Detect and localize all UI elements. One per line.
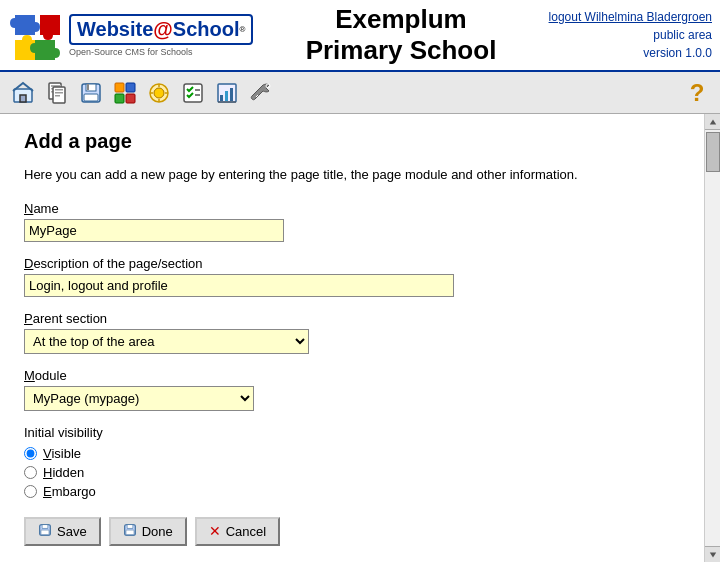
logo-text: Website @ School ® Open-Source CMS for S… xyxy=(69,14,253,57)
logo-at-symbol: @ xyxy=(153,18,173,41)
cancel-label: Cancel xyxy=(226,524,266,539)
visibility-embargo-label: Embargo xyxy=(43,484,96,499)
done-icon xyxy=(123,523,137,540)
svg-rect-35 xyxy=(126,530,134,535)
visibility-embargo-option: Embargo xyxy=(24,484,680,499)
module-label: Module xyxy=(24,368,680,383)
pages-icon[interactable] xyxy=(42,78,72,108)
save-label: Save xyxy=(57,524,87,539)
header-right: logout Wilhelmina Bladergroen public are… xyxy=(549,8,712,62)
svg-rect-9 xyxy=(55,95,60,97)
done-label: Done xyxy=(142,524,173,539)
content-area: Add a page Here you can add a new page b… xyxy=(0,114,704,562)
module-group: Module MyPage (mypage) Calendar (calenda… xyxy=(24,368,680,411)
logo-area: Website @ School ® Open-Source CMS for S… xyxy=(8,8,253,63)
svg-rect-7 xyxy=(55,89,63,91)
checklist-icon[interactable] xyxy=(178,78,208,108)
scroll-down-button[interactable] xyxy=(705,546,720,562)
logo-school-text: School xyxy=(173,18,240,41)
save-button[interactable]: Save xyxy=(24,517,101,546)
toolbar: ? xyxy=(0,72,720,114)
name-input[interactable] xyxy=(24,219,284,242)
svg-rect-34 xyxy=(127,524,133,528)
save-icon-btn xyxy=(38,523,52,540)
tools-icon[interactable] xyxy=(246,78,276,108)
svg-marker-37 xyxy=(709,552,715,557)
logo-tagline: Open-Source CMS for Schools xyxy=(69,47,253,57)
svg-rect-13 xyxy=(84,94,98,101)
scroll-thumb[interactable] xyxy=(706,132,720,172)
visibility-group: Initial visibility Visible Hidden Embarg… xyxy=(24,425,680,499)
svg-marker-36 xyxy=(709,119,715,124)
svg-rect-26 xyxy=(230,88,233,101)
svg-rect-12 xyxy=(87,84,89,90)
svg-rect-15 xyxy=(126,83,135,92)
logo-website: Website xyxy=(77,18,153,41)
svg-rect-8 xyxy=(55,92,63,94)
visibility-label: Initial visibility xyxy=(24,425,680,440)
svg-rect-25 xyxy=(225,91,228,101)
name-group: Name xyxy=(24,201,680,242)
visibility-embargo-radio[interactable] xyxy=(24,485,37,498)
scroll-up-button[interactable] xyxy=(705,114,720,130)
name-label: Name xyxy=(24,201,680,216)
svg-rect-24 xyxy=(220,95,223,101)
scrollbar[interactable] xyxy=(704,114,720,562)
svg-rect-1 xyxy=(20,95,26,102)
school-title: Exemplum Primary School xyxy=(253,4,548,66)
theme-icon[interactable] xyxy=(144,78,174,108)
header: Website @ School ® Open-Source CMS for S… xyxy=(0,0,720,72)
page-title: Add a page xyxy=(24,130,680,153)
help-button[interactable]: ? xyxy=(682,78,712,108)
svg-rect-31 xyxy=(42,524,48,528)
parent-section-group: Parent section At the top of the area Ho… xyxy=(24,311,680,354)
version-text: version 1.0.0 xyxy=(549,44,712,62)
visibility-visible-label: Visible xyxy=(43,446,81,461)
save-icon[interactable] xyxy=(76,78,106,108)
parent-label: Parent section xyxy=(24,311,680,326)
done-button[interactable]: Done xyxy=(109,517,187,546)
cancel-icon: ✕ xyxy=(209,523,221,539)
logout-link[interactable]: logout Wilhelmina Bladergroen xyxy=(549,8,712,26)
main-content: Add a page Here you can add a new page b… xyxy=(0,114,720,562)
cancel-button[interactable]: ✕ Cancel xyxy=(195,517,280,546)
stats-icon[interactable] xyxy=(212,78,242,108)
svg-rect-32 xyxy=(41,530,49,535)
svg-rect-16 xyxy=(115,94,124,103)
visibility-hidden-label: Hidden xyxy=(43,465,84,480)
module-select[interactable]: MyPage (mypage) Calendar (calendar) Foru… xyxy=(24,386,254,411)
visibility-hidden-option: Hidden xyxy=(24,465,680,480)
scroll-track[interactable] xyxy=(705,174,720,546)
home-icon[interactable] xyxy=(8,78,38,108)
visibility-visible-option: Visible xyxy=(24,446,680,461)
svg-rect-14 xyxy=(115,83,124,92)
registered-mark: ® xyxy=(240,25,246,34)
svg-rect-17 xyxy=(126,94,135,103)
modules-icon[interactable] xyxy=(110,78,140,108)
button-bar: Save Done ✕ Cancel xyxy=(24,517,680,546)
puzzle-icon xyxy=(8,8,63,63)
parent-select[interactable]: At the top of the area Home About Contac… xyxy=(24,329,309,354)
area-text: public area xyxy=(549,26,712,44)
visibility-visible-radio[interactable] xyxy=(24,447,37,460)
description-group: Description of the page/section xyxy=(24,256,680,297)
intro-text: Here you can add a new page by entering … xyxy=(24,165,680,185)
visibility-hidden-radio[interactable] xyxy=(24,466,37,479)
description-input[interactable] xyxy=(24,274,454,297)
school-name-line2: Primary School xyxy=(253,35,548,66)
svg-point-19 xyxy=(154,88,164,98)
description-label: Description of the page/section xyxy=(24,256,680,271)
school-name-line1: Exemplum xyxy=(253,4,548,35)
